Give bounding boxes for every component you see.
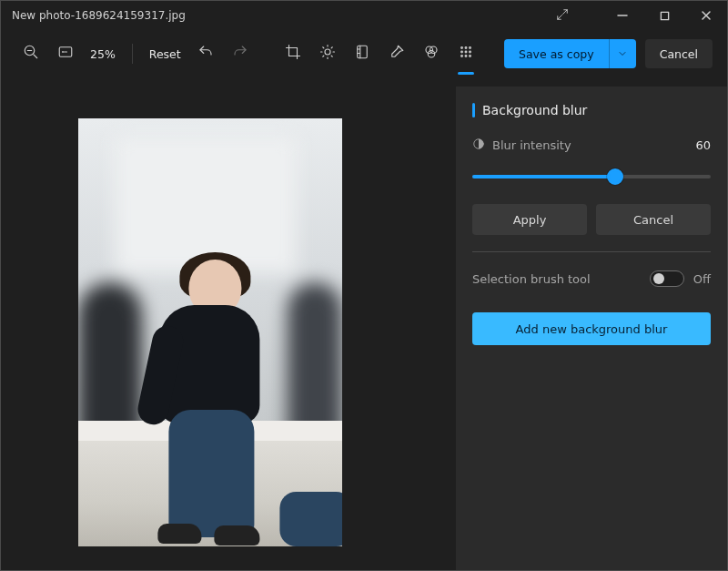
filter-icon: [354, 44, 370, 64]
selection-brush-label: Selection brush tool: [472, 272, 591, 286]
filter-tool-button[interactable]: [346, 38, 379, 69]
background-blur-panel: Background blur Blur intensity 60 Apply …: [456, 87, 727, 570]
selection-brush-state-label: Off: [693, 272, 711, 286]
background-blur-tool-button[interactable]: [450, 38, 482, 69]
cancel-button[interactable]: Cancel: [645, 39, 713, 68]
adjust-tool-button[interactable]: [311, 38, 344, 69]
toggle-knob: [653, 273, 664, 284]
editor-main: Background blur Blur intensity 60 Apply …: [1, 77, 727, 570]
panel-heading: Background blur: [472, 103, 711, 117]
minimize-button[interactable]: [602, 1, 643, 30]
svg-point-9: [461, 47, 463, 49]
close-button[interactable]: [685, 1, 727, 30]
window-title: New photo-1689624159317.jpg: [12, 9, 186, 22]
panel-heading-label: Background blur: [482, 103, 587, 117]
zoom-group: 25% Reset: [15, 38, 256, 69]
toolbar-separator: [132, 44, 133, 64]
panel-heading-accent: [472, 103, 475, 117]
add-background-blur-button[interactable]: Add new background blur: [472, 312, 711, 345]
zoom-out-icon: [23, 44, 39, 64]
zoom-value-label[interactable]: 25%: [85, 47, 121, 61]
brightness-icon: [319, 44, 336, 64]
svg-rect-0: [661, 12, 668, 19]
photo-preview[interactable]: [78, 118, 342, 546]
svg-point-11: [470, 47, 471, 49]
photo-subject: [125, 260, 288, 533]
svg-point-13: [465, 51, 467, 53]
svg-point-15: [461, 56, 463, 57]
half-circle-icon: [472, 138, 485, 153]
zoom-fit-button[interactable]: [50, 38, 81, 69]
blur-intensity-value: 60: [695, 138, 711, 152]
slider-fill: [472, 175, 615, 178]
svg-point-14: [470, 51, 471, 53]
crop-icon: [285, 44, 301, 64]
svg-point-10: [465, 47, 467, 49]
markup-pen-icon: [389, 44, 405, 64]
markup-tool-button[interactable]: [380, 38, 413, 69]
expand-diagonal-icon: [556, 8, 569, 24]
panel-cancel-button[interactable]: Cancel: [596, 204, 711, 235]
reset-button[interactable]: Reset: [144, 47, 187, 61]
close-icon: [701, 10, 712, 21]
editor-toolbar: 25% Reset: [1, 30, 727, 77]
apply-button[interactable]: Apply: [472, 204, 587, 235]
svg-rect-5: [358, 46, 368, 58]
retouch-tool-button[interactable]: [415, 38, 448, 69]
expand-button[interactable]: [541, 1, 583, 30]
undo-button[interactable]: [190, 38, 221, 69]
chevron-down-icon: [617, 46, 628, 63]
save-as-copy-button[interactable]: Save as copy: [504, 39, 609, 68]
maximize-icon: [660, 11, 670, 21]
selection-brush-toggle[interactable]: [650, 270, 684, 287]
svg-point-16: [465, 56, 467, 57]
save-options-dropdown[interactable]: [609, 39, 636, 68]
undo-icon: [197, 44, 214, 64]
redo-button[interactable]: [225, 38, 256, 69]
redo-icon: [232, 44, 248, 64]
svg-point-12: [461, 51, 463, 53]
selection-brush-row: Selection brush tool Off: [472, 270, 711, 287]
panel-action-row: Apply Cancel: [472, 204, 711, 235]
zoom-out-button[interactable]: [15, 38, 46, 69]
selection-brush-toggle-group: Off: [650, 270, 711, 287]
svg-point-7: [430, 46, 438, 54]
blur-intensity-label: Blur intensity: [492, 138, 571, 152]
toolbar-right-group: Save as copy Cancel: [504, 39, 713, 68]
photos-editor-window: New photo-1689624159317.jpg: [0, 0, 728, 571]
save-split-button: Save as copy: [504, 39, 636, 68]
blur-intensity-label-group: Blur intensity: [472, 138, 571, 153]
blur-intensity-row: Blur intensity 60: [472, 138, 711, 153]
zoom-fit-icon: [57, 44, 74, 64]
minimize-icon: [617, 10, 628, 21]
slider-thumb[interactable]: [607, 168, 623, 185]
panel-divider: [472, 251, 711, 252]
svg-point-8: [429, 51, 436, 58]
blur-icon: [458, 44, 474, 64]
blur-intensity-slider[interactable]: [472, 166, 711, 188]
svg-point-3: [63, 52, 64, 53]
crop-tool-button[interactable]: [277, 38, 309, 69]
maximize-button[interactable]: [643, 1, 685, 30]
svg-point-4: [325, 49, 330, 55]
tool-strip: [277, 38, 482, 69]
titlebar: New photo-1689624159317.jpg: [1, 1, 727, 30]
retouch-icon: [423, 44, 440, 64]
svg-point-17: [470, 56, 471, 57]
